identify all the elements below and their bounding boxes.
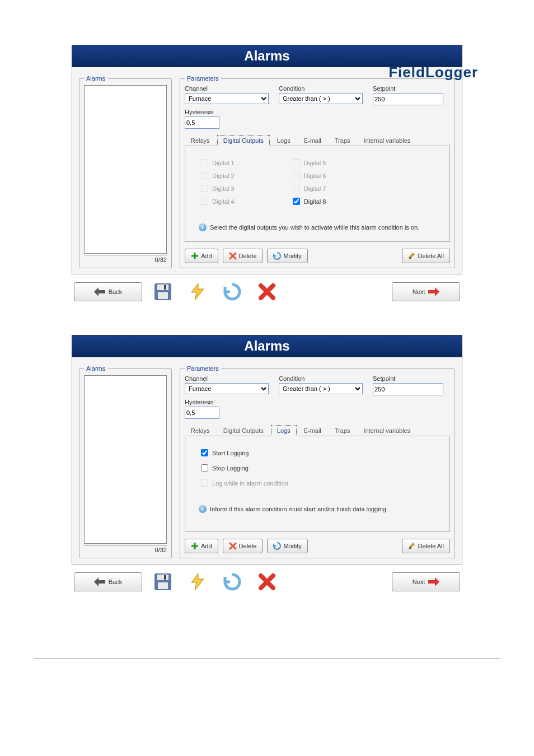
modify-button[interactable]: Modify xyxy=(267,539,307,553)
digital-1: Digital 1 xyxy=(199,157,235,168)
delete-all-button[interactable]: Delete All xyxy=(402,539,450,553)
tab-email[interactable]: E-mail xyxy=(298,135,327,146)
condition-label: Condition xyxy=(279,375,363,382)
hysteresis-label: Hysteresis xyxy=(185,399,219,405)
delete-button[interactable]: Delete xyxy=(223,539,263,553)
channel-select[interactable]: Furnace xyxy=(185,93,269,104)
tab-relays[interactable]: Relays xyxy=(185,135,216,146)
condition-select[interactable]: Greater than ( > ) xyxy=(279,383,363,394)
broom-icon xyxy=(408,542,416,550)
tab-traps[interactable]: Traps xyxy=(329,425,357,436)
delete-button[interactable]: Delete xyxy=(223,249,263,263)
delete-icon xyxy=(229,542,237,550)
stop-logging[interactable]: Stop Logging xyxy=(199,463,436,473)
digital-7-checkbox xyxy=(293,185,300,192)
digital-5-checkbox xyxy=(293,159,300,166)
hysteresis-input[interactable] xyxy=(185,407,219,419)
svg-rect-11 xyxy=(158,582,168,589)
panel-title: Alarms xyxy=(244,48,289,63)
digital-5: Digital 5 xyxy=(291,157,326,168)
broom-icon xyxy=(408,252,416,260)
arrow-left-icon xyxy=(94,577,105,586)
svg-rect-9 xyxy=(157,575,168,580)
panel-title: Alarms xyxy=(244,338,289,353)
alarms-legend: Alarms xyxy=(84,75,107,82)
alarms-counter: 0/32 xyxy=(84,255,167,263)
add-button[interactable]: Add xyxy=(185,249,218,263)
stop-logging-checkbox[interactable] xyxy=(201,464,208,472)
digital-4-checkbox xyxy=(201,198,208,205)
tab-digital-outputs[interactable]: Digital Outputs xyxy=(217,135,270,146)
alarms-list[interactable] xyxy=(84,375,167,544)
cancel-icon[interactable] xyxy=(257,282,277,301)
alarms-list[interactable] xyxy=(84,85,167,254)
lightning-icon[interactable] xyxy=(188,572,207,591)
plus-icon xyxy=(191,252,199,260)
condition-select[interactable]: Greater than ( > ) xyxy=(279,93,363,104)
info-text: Inform if this alarm condition must star… xyxy=(210,506,388,512)
arrow-left-icon xyxy=(94,287,105,296)
svg-rect-5 xyxy=(158,292,168,299)
setpoint-input[interactable] xyxy=(373,93,443,105)
add-button[interactable]: Add xyxy=(185,539,218,553)
svg-rect-10 xyxy=(164,575,166,580)
delete-icon xyxy=(229,252,237,260)
next-button[interactable]: Next xyxy=(392,282,460,301)
arrow-right-icon xyxy=(428,577,439,586)
parameters-legend: Parameters xyxy=(185,75,221,82)
channel-select[interactable]: Furnace xyxy=(185,383,269,394)
tab-logs[interactable]: Logs xyxy=(271,425,297,436)
digital-8-checkbox[interactable] xyxy=(293,198,300,205)
tab-internal-variables[interactable]: Internal variables xyxy=(358,425,417,436)
tab-logs[interactable]: Logs xyxy=(271,135,297,146)
log-while-alarm-checkbox xyxy=(201,479,208,487)
refresh-icon[interactable] xyxy=(223,572,242,591)
setpoint-input[interactable] xyxy=(373,383,443,395)
condition-label: Condition xyxy=(279,85,363,92)
info-icon: i xyxy=(199,223,207,231)
digital-3: Digital 3 xyxy=(199,183,235,194)
back-button[interactable]: Back xyxy=(74,572,142,591)
alarms-counter: 0/32 xyxy=(84,545,167,553)
hysteresis-label: Hysteresis xyxy=(185,109,219,115)
delete-all-button[interactable]: Delete All xyxy=(402,249,450,263)
tab-email[interactable]: E-mail xyxy=(298,425,327,436)
log-while-alarm: Log while in alarm condition xyxy=(199,478,436,488)
lightning-icon[interactable] xyxy=(188,282,207,301)
arrow-right-icon xyxy=(428,287,439,296)
hysteresis-input[interactable] xyxy=(185,116,219,129)
next-button[interactable]: Next xyxy=(392,572,460,591)
tab-relays[interactable]: Relays xyxy=(185,425,216,436)
digital-1-checkbox xyxy=(201,159,208,166)
cancel-icon[interactable] xyxy=(257,572,277,591)
digital-6: Digital 6 xyxy=(291,170,326,181)
modify-icon xyxy=(273,252,281,260)
digital-8[interactable]: Digital 8 xyxy=(291,196,326,207)
brand-logo: FieldLogger xyxy=(388,64,478,81)
start-logging[interactable]: Start Logging xyxy=(199,447,436,458)
tab-traps[interactable]: Traps xyxy=(329,135,357,146)
digital-2: Digital 2 xyxy=(199,170,235,181)
digital-3-checkbox xyxy=(201,185,208,192)
refresh-icon[interactable] xyxy=(223,282,242,301)
svg-rect-1 xyxy=(191,255,198,257)
tab-internal-variables[interactable]: Internal variables xyxy=(358,135,417,146)
save-icon[interactable] xyxy=(153,572,172,591)
back-button[interactable]: Back xyxy=(74,282,142,301)
svg-rect-7 xyxy=(191,545,198,547)
digital-2-checkbox xyxy=(201,172,208,179)
digital-4: Digital 4 xyxy=(199,196,235,207)
modify-button[interactable]: Modify xyxy=(267,249,307,263)
start-logging-checkbox[interactable] xyxy=(201,449,208,456)
svg-rect-4 xyxy=(164,285,166,290)
info-icon: i xyxy=(199,505,207,513)
save-icon[interactable] xyxy=(153,282,172,301)
digital-6-checkbox xyxy=(293,172,300,179)
tab-digital-outputs[interactable]: Digital Outputs xyxy=(217,425,270,436)
info-text: Select the digital outputs you wish to a… xyxy=(210,224,419,231)
setpoint-label: Setpoint xyxy=(373,375,443,382)
svg-rect-3 xyxy=(157,284,168,290)
alarms-legend: Alarms xyxy=(84,365,107,372)
modify-icon xyxy=(273,542,281,550)
channel-label: Channel xyxy=(185,85,269,92)
